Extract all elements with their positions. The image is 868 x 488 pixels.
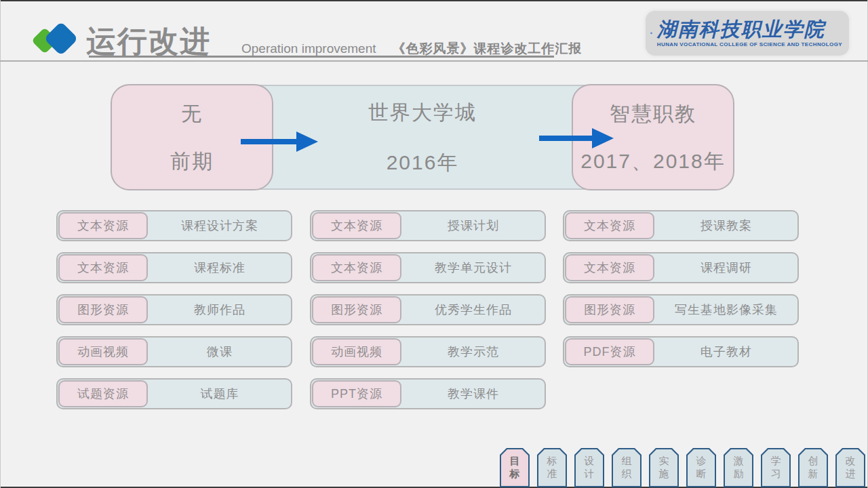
resource-row: 动画视频 教学示范 <box>310 336 546 367</box>
resource-row: 文本资源 授课教案 <box>563 210 799 241</box>
tab-mubiao[interactable]: 目标 <box>500 448 530 487</box>
tab-label: 学习 <box>761 448 791 487</box>
tab-xuexi[interactable]: 学习 <box>761 448 791 487</box>
resource-type-badge: 图形资源 <box>565 296 654 323</box>
slide-left-border <box>0 0 1 488</box>
resource-item-label: 优秀学生作品 <box>402 296 545 324</box>
resource-item-label: 写生基地影像采集 <box>655 296 797 324</box>
resource-type-badge: 试题资源 <box>58 380 148 407</box>
resource-row: 图形资源 写生基地影像采集 <box>563 294 799 325</box>
resource-type-badge: 图形资源 <box>58 296 148 323</box>
resource-item-label: 试题库 <box>149 380 291 408</box>
tab-sheji[interactable]: 设计 <box>574 448 604 487</box>
section-nav: 目标 标准 设计 组织 实施 诊断 激励 学习 创新 <box>500 448 865 487</box>
resource-row: 图形资源 教师作品 <box>56 294 292 325</box>
resource-item-label: 微课 <box>149 338 291 366</box>
tab-label: 目标 <box>500 448 530 487</box>
tab-label: 创新 <box>798 448 828 487</box>
tab-label: 标准 <box>537 448 567 487</box>
resource-type-badge: 文本资源 <box>312 212 401 239</box>
resource-item-label: 授课计划 <box>402 211 545 240</box>
tab-shishi[interactable]: 实施 <box>649 448 679 487</box>
resource-type-badge: 文本资源 <box>565 254 654 281</box>
resource-item-label: 教师作品 <box>149 296 291 324</box>
tab-chuangxin[interactable]: 创新 <box>798 448 828 487</box>
resource-row: 试题资源 试题库 <box>56 378 292 409</box>
resource-row: 文本资源 课程标准 <box>56 252 292 283</box>
logo-diamond-blue-icon <box>44 22 79 56</box>
arrow-right-icon <box>241 131 318 152</box>
resource-item-label: 授课教案 <box>655 211 797 240</box>
resource-type-badge: 文本资源 <box>58 212 148 239</box>
resource-item-label: 课程调研 <box>655 253 797 282</box>
tab-label: 改进 <box>835 448 865 487</box>
college-name-block: 湖南科技职业学院 HUNAN VOCATIONAL COLLEGE OF SCI… <box>657 19 842 48</box>
resource-row: 动画视频 微课 <box>56 336 292 367</box>
tab-zuzhi[interactable]: 组织 <box>612 448 642 487</box>
arrow-right-icon <box>539 128 614 148</box>
resource-type-badge: 动画视频 <box>312 338 401 365</box>
resource-row: 文本资源 授课计划 <box>310 210 546 241</box>
resource-row: 图形资源 优秀学生作品 <box>310 294 546 325</box>
slide-top-border <box>0 0 868 1</box>
resource-item-label: 教学单元设计 <box>402 253 545 282</box>
tab-jili[interactable]: 激励 <box>724 448 753 487</box>
resource-type-badge: 图形资源 <box>312 296 401 323</box>
tab-zhenduan[interactable]: 诊断 <box>686 448 716 487</box>
tab-label: 诊断 <box>686 448 716 487</box>
college-emblem-icon <box>650 15 653 52</box>
college-name-chinese: 湖南科技职业学院 <box>657 19 842 41</box>
timeline: 世界大学城 2016年 无 前期 智慧职教 2017、2018年 <box>111 84 734 190</box>
resource-row: 文本资源 教学单元设计 <box>310 252 546 283</box>
tab-label: 激励 <box>724 448 753 487</box>
resource-item-label: 教学课件 <box>402 380 545 408</box>
resource-row: PDF资源 电子教材 <box>563 336 799 367</box>
timeline-arrows <box>111 84 734 190</box>
resource-type-badge: 文本资源 <box>58 254 148 281</box>
tab-biaozhun[interactable]: 标准 <box>537 448 567 487</box>
resource-type-badge: 文本资源 <box>565 212 654 239</box>
title-underline <box>89 56 554 58</box>
resource-row: 文本资源 课程设计方案 <box>56 210 292 241</box>
subtitle-english: Operation improvement <box>241 41 376 56</box>
resource-row: 文本资源 课程调研 <box>563 252 799 283</box>
resource-type-badge: PPT资源 <box>312 380 401 407</box>
resource-item-label: 电子教材 <box>655 338 797 366</box>
resource-column-early: 文本资源 课程设计方案 文本资源 课程标准 图形资源 教师作品 动画视频 微课 … <box>56 210 292 409</box>
resource-type-badge: 文本资源 <box>312 254 401 281</box>
resource-type-badge: PDF资源 <box>565 338 654 365</box>
resource-item-label: 课程标准 <box>149 253 291 282</box>
resource-column-2016: 文本资源 授课计划 文本资源 教学单元设计 图形资源 优秀学生作品 动画视频 教… <box>310 210 546 409</box>
tab-gaijin[interactable]: 改进 <box>835 448 865 487</box>
college-name-english: HUNAN VOCATIONAL COLLEGE OF SCIENCE AND … <box>657 41 842 47</box>
tab-label: 组织 <box>612 448 642 487</box>
resource-item-label: 教学示范 <box>402 338 545 366</box>
tab-label: 实施 <box>649 448 679 487</box>
college-logo: 湖南科技职业学院 HUNAN VOCATIONAL COLLEGE OF SCI… <box>646 11 849 56</box>
resource-type-badge: 动画视频 <box>58 338 148 365</box>
resource-row: PPT资源 教学课件 <box>310 378 546 409</box>
resource-column-2017-2018: 文本资源 授课教案 文本资源 课程调研 图形资源 写生基地影像采集 PDF资源 … <box>563 210 799 367</box>
tab-label: 设计 <box>574 448 604 487</box>
resource-item-label: 课程设计方案 <box>149 211 291 240</box>
header-divider <box>0 60 868 62</box>
